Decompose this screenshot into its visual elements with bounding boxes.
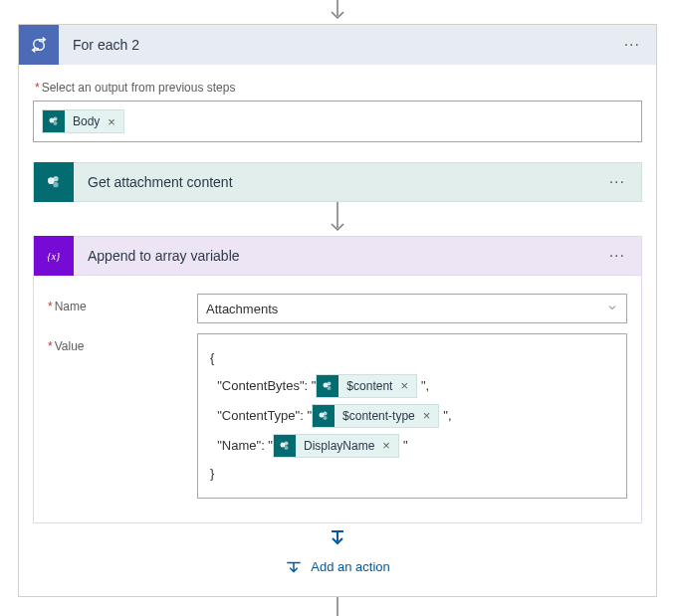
svg-point-4 xyxy=(53,176,58,181)
svg-point-15 xyxy=(284,446,288,450)
name-select[interactable]: Attachments xyxy=(197,294,627,323)
svg-point-8 xyxy=(328,382,332,386)
name-value: Attachments xyxy=(206,302,278,316)
token-content-type-remove[interactable]: × xyxy=(421,404,439,428)
token-content-remove[interactable]: × xyxy=(398,374,416,398)
get-attachment-menu[interactable]: ··· xyxy=(603,169,631,195)
append-title: Append to array variable xyxy=(74,248,603,264)
sharepoint-icon xyxy=(274,435,296,457)
token-displayname-remove[interactable]: × xyxy=(380,434,398,458)
token-displayname: DisplayName × xyxy=(273,434,399,458)
loop-icon xyxy=(19,25,59,65)
get-attachment-card: Get attachment content ··· xyxy=(33,162,642,202)
append-header[interactable]: {x} Append to array variable ··· xyxy=(33,236,642,276)
svg-point-2 xyxy=(54,121,58,125)
sharepoint-icon xyxy=(317,375,338,397)
value-label: *Value xyxy=(48,333,197,353)
append-menu[interactable]: ··· xyxy=(603,243,631,269)
svg-point-11 xyxy=(324,412,328,416)
get-attachment-title: Get attachment content xyxy=(74,174,603,190)
brace-open: { xyxy=(210,346,214,370)
foreach2-title: For each 2 xyxy=(59,37,618,53)
sharepoint-icon xyxy=(43,110,65,132)
connector-arrow-mid xyxy=(33,202,642,236)
foreach2-card: For each 2 ··· *Select an output from pr… xyxy=(18,24,657,597)
svg-point-1 xyxy=(54,117,58,121)
token-body-label: Body xyxy=(65,114,106,128)
sharepoint-icon xyxy=(34,162,74,202)
svg-point-14 xyxy=(284,442,288,446)
append-card: {x} Append to array variable ··· *Name A… xyxy=(33,236,642,523)
value-input[interactable]: { "ContentBytes": " $content × ", xyxy=(197,333,627,499)
append-body: *Name Attachments *Value { "ContentBytes… xyxy=(33,276,642,523)
add-action-button[interactable]: Add an action xyxy=(33,547,642,580)
token-content-type: $content-type × xyxy=(312,404,439,428)
connector-arrow-top xyxy=(0,0,675,24)
ct-key: "ContentType": " xyxy=(217,404,312,428)
svg-point-5 xyxy=(53,182,58,187)
nm-key: "Name": " xyxy=(217,434,273,458)
variable-icon: {x} xyxy=(34,236,74,276)
connector-arrow-lower xyxy=(33,523,642,547)
token-content: $content × xyxy=(316,374,417,398)
get-attachment-header[interactable]: Get attachment content ··· xyxy=(33,162,642,202)
cb-key: "ContentBytes": " xyxy=(217,374,316,398)
foreach2-header[interactable]: For each 2 ··· xyxy=(19,25,656,65)
svg-point-12 xyxy=(324,416,328,420)
brace-close: } xyxy=(210,462,214,486)
sharepoint-icon xyxy=(313,405,335,427)
select-output-input[interactable]: Body × xyxy=(33,101,642,142)
token-body-remove[interactable]: × xyxy=(106,114,123,129)
select-output-label: *Select an output from previous steps xyxy=(35,81,642,95)
foreach2-menu[interactable]: ··· xyxy=(618,32,646,58)
token-body: Body × xyxy=(42,109,124,133)
svg-text:{x}: {x} xyxy=(47,251,61,262)
name-label: *Name xyxy=(48,294,197,313)
add-action-label: Add an action xyxy=(311,559,390,574)
connector-arrow-bottom xyxy=(0,597,675,616)
foreach2-body: *Select an output from previous steps Bo… xyxy=(19,65,656,596)
chevron-down-icon xyxy=(606,302,618,316)
svg-point-9 xyxy=(328,386,332,390)
add-action-icon xyxy=(285,560,303,574)
